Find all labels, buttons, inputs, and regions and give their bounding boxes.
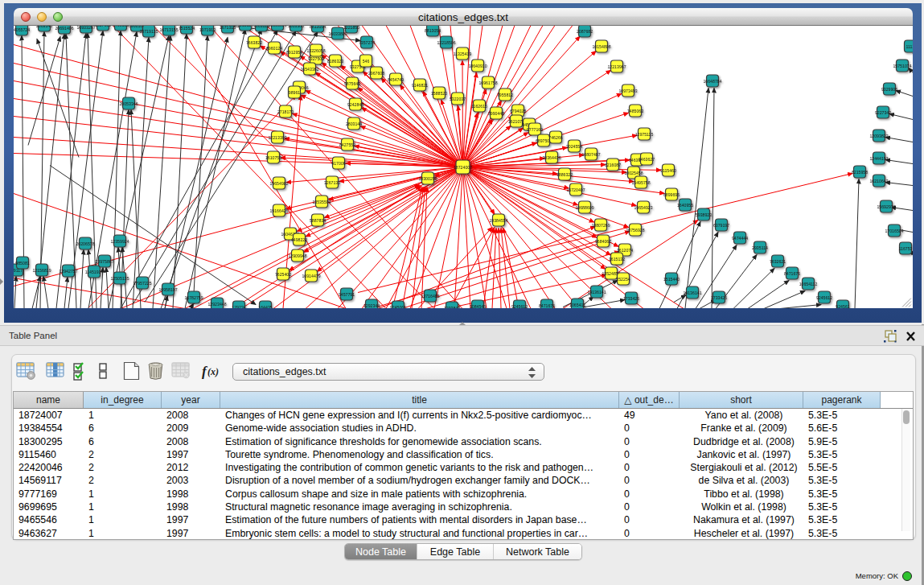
svg-text:20691406: 20691406 <box>55 26 73 31</box>
svg-text:10654112: 10654112 <box>799 282 818 286</box>
svg-text:3267130: 3267130 <box>324 180 340 185</box>
svg-text:1640955: 1640955 <box>677 203 693 208</box>
svg-text:9457791: 9457791 <box>339 292 355 297</box>
svg-text:6794028: 6794028 <box>510 109 526 113</box>
svg-text:3024554: 3024554 <box>566 144 582 149</box>
svg-text:5887834: 5887834 <box>310 218 326 223</box>
svg-text:1162615: 1162615 <box>471 104 487 109</box>
svg-text:1615132: 1615132 <box>609 257 625 262</box>
svg-text:985081: 985081 <box>15 261 29 266</box>
svg-text:14136141: 14136141 <box>587 290 606 295</box>
svg-text:5938923: 5938923 <box>696 212 712 217</box>
svg-text:16033809: 16033809 <box>328 31 347 36</box>
svg-text:1515440: 1515440 <box>663 277 680 282</box>
svg-text:9777169: 9777169 <box>527 127 543 132</box>
svg-text:6899695: 6899695 <box>663 192 680 197</box>
svg-text:1084545: 1084545 <box>470 304 486 309</box>
svg-text:116753: 116753 <box>899 246 913 251</box>
svg-text:8454749: 8454749 <box>388 77 404 82</box>
svg-text:16782759: 16782759 <box>184 295 203 300</box>
svg-text:12213303: 12213303 <box>268 135 286 140</box>
svg-text:1671315: 1671315 <box>220 26 236 30</box>
svg-text:11451914: 11451914 <box>85 270 104 274</box>
svg-text:12093822: 12093822 <box>869 134 888 138</box>
svg-text:7663821: 7663821 <box>253 26 269 28</box>
svg-text:16033809: 16033809 <box>268 26 286 27</box>
svg-text:19384554: 19384554 <box>489 218 507 223</box>
svg-text:1071913: 1071913 <box>199 27 216 32</box>
svg-text:1612074: 1612074 <box>617 248 633 253</box>
svg-text:1221850: 1221850 <box>343 26 359 30</box>
svg-text:19166425: 19166425 <box>269 208 288 213</box>
svg-text:1603380: 1603380 <box>288 26 304 28</box>
svg-text:9463627: 9463627 <box>639 157 655 162</box>
svg-text:9242848: 9242848 <box>347 102 363 107</box>
svg-text:18300295: 18300295 <box>418 176 437 181</box>
svg-text:11325419: 11325419 <box>454 51 472 56</box>
svg-text:6466102: 6466102 <box>113 26 129 27</box>
svg-text:2069140: 2069140 <box>36 26 52 28</box>
svg-text:1065411: 1065411 <box>569 303 585 307</box>
svg-text:18807269: 18807269 <box>591 223 610 228</box>
svg-text:1112: 1112 <box>906 44 913 49</box>
svg-text:13535594: 13535594 <box>312 200 331 204</box>
svg-text:19654923: 19654923 <box>634 205 652 210</box>
svg-text:5322037: 5322037 <box>450 97 466 101</box>
svg-text:17016504: 17016504 <box>885 229 903 233</box>
svg-text:6379197: 6379197 <box>713 223 729 228</box>
svg-text:10807487: 10807487 <box>581 152 600 157</box>
svg-text:8813054: 8813054 <box>310 26 326 29</box>
svg-text:13716485: 13716485 <box>421 294 439 299</box>
svg-text:417006: 417006 <box>331 161 345 166</box>
svg-text:9474444: 9474444 <box>732 236 748 241</box>
svg-text:98961: 98961 <box>289 90 301 95</box>
svg-text:10688609: 10688609 <box>575 205 593 210</box>
svg-text:9146821: 9146821 <box>412 83 428 88</box>
svg-text:14136141: 14136141 <box>683 290 701 295</box>
svg-text:746266: 746266 <box>548 135 562 140</box>
svg-text:4055724: 4055724 <box>14 27 30 32</box>
svg-text:12975115: 12975115 <box>635 132 654 137</box>
svg-text:8990448: 8990448 <box>488 111 504 116</box>
svg-text:546: 546 <box>363 59 370 64</box>
svg-text:(x): (x) <box>207 366 219 377</box>
svg-text:8186323: 8186323 <box>327 59 343 64</box>
svg-text:2967608: 2967608 <box>368 71 384 76</box>
svg-text:2718170: 2718170 <box>277 109 294 114</box>
svg-text:8912954: 8912954 <box>286 50 302 55</box>
svg-text:12909948: 12909948 <box>288 253 306 258</box>
svg-text:1327602: 1327602 <box>95 26 111 27</box>
svg-text:16543362: 16543362 <box>300 67 318 72</box>
svg-text:12359924: 12359924 <box>110 239 129 244</box>
svg-text:8960124: 8960124 <box>266 46 282 51</box>
svg-text:252254: 252254 <box>616 277 630 282</box>
svg-text:17957225: 17957225 <box>133 281 151 286</box>
svg-text:7485063: 7485063 <box>627 109 643 113</box>
svg-text:6216087: 6216087 <box>605 163 621 167</box>
svg-text:8471676: 8471676 <box>784 271 800 276</box>
svg-text:16914479: 16914479 <box>302 274 320 278</box>
svg-text:15720407: 15720407 <box>566 187 585 192</box>
svg-text:20364436: 20364436 <box>542 155 561 160</box>
svg-text:12923448: 12923448 <box>207 302 226 307</box>
svg-text:1610755: 1610755 <box>265 155 281 160</box>
svg-text:1733426: 1733426 <box>711 295 727 300</box>
svg-text:164435: 164435 <box>258 305 272 309</box>
svg-text:16210643: 16210643 <box>869 179 888 183</box>
svg-text:16713155: 16713155 <box>159 27 178 32</box>
svg-text:12505135: 12505135 <box>110 276 129 281</box>
svg-text:9245061: 9245061 <box>390 305 406 309</box>
svg-text:924561: 924561 <box>836 304 849 309</box>
svg-text:19654982: 19654982 <box>269 181 288 186</box>
svg-text:18640910: 18640910 <box>468 64 487 68</box>
svg-text:18724007: 18724007 <box>454 165 472 170</box>
svg-text:13226058: 13226058 <box>306 48 325 53</box>
svg-text:15495758: 15495758 <box>631 180 650 185</box>
svg-text:10958107: 10958107 <box>158 287 177 292</box>
svg-text:9227342: 9227342 <box>875 110 891 115</box>
svg-text:7955812: 7955812 <box>497 93 513 97</box>
svg-text:9245612: 9245612 <box>816 295 832 300</box>
svg-text:33975867: 33975867 <box>95 259 113 264</box>
svg-text:16648784: 16648784 <box>703 79 721 84</box>
svg-text:8427552: 8427552 <box>339 142 355 147</box>
